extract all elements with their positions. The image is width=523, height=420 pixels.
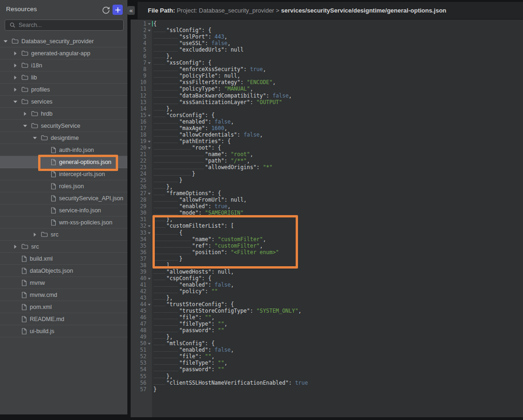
indent-whitespace xyxy=(153,249,192,256)
refresh-button[interactable] xyxy=(102,6,110,14)
folder-icon-box xyxy=(21,74,28,80)
tree-item-designtime[interactable]: designtime xyxy=(0,132,127,144)
tree-expander[interactable] xyxy=(13,87,18,92)
add-button[interactable] xyxy=(113,5,123,15)
tree-expander[interactable] xyxy=(3,39,8,44)
token-boolean: false xyxy=(215,118,231,125)
tree-item-pom.xml[interactable]: pom.xml xyxy=(0,301,127,313)
resources-title: Resources xyxy=(6,6,37,13)
tree-item-profiles[interactable]: profiles xyxy=(0,84,127,96)
token-plain: "enforceXssSecurity": xyxy=(179,66,250,72)
tree-expander[interactable] xyxy=(23,124,27,128)
tree-item-Database_security_provider[interactable]: Database_security_provider xyxy=(0,35,127,47)
token-string: "OUTPUT" xyxy=(257,99,282,105)
token-plain: , xyxy=(227,40,231,46)
collapse-sidebar-button[interactable]: « xyxy=(127,6,135,15)
code-text: }, xyxy=(152,334,173,340)
indent-whitespace xyxy=(153,269,166,275)
tree-item-service-info.json[interactable]: service-info.json xyxy=(0,204,127,217)
tree-expander[interactable] xyxy=(23,112,27,116)
fold-gutter[interactable] xyxy=(146,230,152,236)
code-text: } xyxy=(152,386,157,393)
fold-gutter[interactable] xyxy=(146,340,152,347)
fold-gutter[interactable] xyxy=(146,275,152,282)
code-line-52: 52 "file": "", xyxy=(131,353,523,360)
code-text: "enabled": false, xyxy=(152,347,234,353)
tree-expander[interactable] xyxy=(33,232,37,237)
token-plain: "xssSanitizationLayer": xyxy=(179,99,256,105)
token-plain: } xyxy=(179,177,182,184)
indent-whitespace xyxy=(153,85,179,92)
code-line-36: 36 "position": "<Filter enum>" xyxy=(131,249,523,256)
folder-icon-box xyxy=(12,38,19,44)
folder-icon-box xyxy=(21,62,28,68)
token-plain: , xyxy=(224,33,227,40)
folder-icon xyxy=(21,50,28,56)
tree-expander[interactable] xyxy=(13,99,18,104)
tree-expander[interactable] xyxy=(33,136,37,140)
code-text: "trustStoreConfigType": "SYSTEM_ONLY", xyxy=(152,308,302,314)
code-line-2: 2 "sslConfig": { xyxy=(131,27,523,33)
code-text: "enabled": true, xyxy=(152,203,231,210)
code-line-48: 48 "password": "" xyxy=(131,327,523,334)
line-number: 13 xyxy=(131,99,146,105)
folder-icon-box xyxy=(21,86,28,92)
code-line-37: 37 } xyxy=(131,256,523,262)
fold-gutter[interactable] xyxy=(146,138,152,144)
code-line-8: 8 "enforceXssSecurity": true, xyxy=(131,66,523,72)
tree-item-general-options.json[interactable]: general-options.json xyxy=(0,156,127,168)
tree-item-roles.json[interactable]: roles.json xyxy=(0,180,127,192)
token-plain: }, xyxy=(166,216,173,223)
tree-item-wm-xss-policies.json[interactable]: wm-xss-policies.json xyxy=(0,217,127,229)
fold-gutter xyxy=(146,105,152,112)
tree-item-auth-info.json[interactable]: auth-info.json xyxy=(0,144,127,156)
tree-item-ui-build.js[interactable]: ui-build.js xyxy=(0,325,127,337)
tree-item-services[interactable]: services xyxy=(0,96,127,108)
token-plain: "xssFilterStrategy": xyxy=(179,79,246,85)
fold-gutter xyxy=(146,216,152,223)
file-icon-box xyxy=(21,304,27,310)
tree-item-mvnw.cmd[interactable]: mvnw.cmd xyxy=(0,289,127,301)
tree-item-mvnw[interactable]: mvnw xyxy=(0,277,127,289)
tree-item-src[interactable]: src xyxy=(0,241,127,253)
tree-item-src[interactable]: src xyxy=(0,229,127,241)
tree-item-securityService_API.json[interactable]: securityService_API.json xyxy=(0,192,127,204)
code-line-14: 14 }, xyxy=(131,105,523,112)
tree-item-intercept-urls.json[interactable]: intercept-urls.json xyxy=(0,168,127,180)
tree-item-dataObjects.json[interactable]: dataObjects.json xyxy=(0,265,127,277)
fold-gutter[interactable] xyxy=(146,27,152,33)
fold-gutter[interactable] xyxy=(146,20,152,27)
fold-gutter[interactable] xyxy=(146,112,152,118)
tree-item-lib[interactable]: lib xyxy=(0,72,127,84)
code-line-56: 56 "clientSSLHostNameVerificationEnabled… xyxy=(131,380,523,386)
code-editor[interactable]: 1{2 "sslConfig": {3 "sslPort": 443,4 "us… xyxy=(131,20,523,417)
fold-gutter[interactable] xyxy=(146,190,152,197)
indent-whitespace xyxy=(153,151,205,158)
tree-expander[interactable] xyxy=(13,244,18,249)
search-input[interactable] xyxy=(19,22,112,28)
fold-gutter[interactable] xyxy=(146,223,152,229)
chevron-expanded-icon xyxy=(13,99,18,104)
tree-item-generated-angular-app[interactable]: generated-angular-app xyxy=(0,47,127,59)
tree-item-README.md[interactable]: README.md xyxy=(0,313,127,325)
fold-gutter[interactable] xyxy=(146,301,152,308)
tree-expander[interactable] xyxy=(13,63,18,68)
fold-gutter[interactable] xyxy=(146,144,152,151)
tree-item-hrdb[interactable]: hrdb xyxy=(0,108,127,120)
indent-whitespace xyxy=(153,40,179,46)
tree-expander[interactable] xyxy=(13,51,18,56)
code-line-35: 35 "ref": "customFilter", xyxy=(131,243,523,249)
tree-expander[interactable] xyxy=(13,75,18,80)
indent-whitespace xyxy=(153,72,179,79)
token-plain: , xyxy=(260,243,263,249)
token-plain: "policyType": xyxy=(179,85,224,92)
tree-item-i18n[interactable]: i18n xyxy=(0,59,127,72)
folder-icon-box xyxy=(21,50,28,56)
file-path-project: Project: Database_security_provider xyxy=(177,7,276,14)
code-text: "pathEntries": { xyxy=(152,138,231,144)
tree-item-build.xml[interactable]: build.xml xyxy=(0,253,127,265)
token-plain: , xyxy=(231,282,234,288)
fold-gutter[interactable] xyxy=(146,59,152,66)
code-line-20: 20 "root": { xyxy=(131,144,523,151)
tree-item-securityService[interactable]: securityService xyxy=(0,120,127,132)
